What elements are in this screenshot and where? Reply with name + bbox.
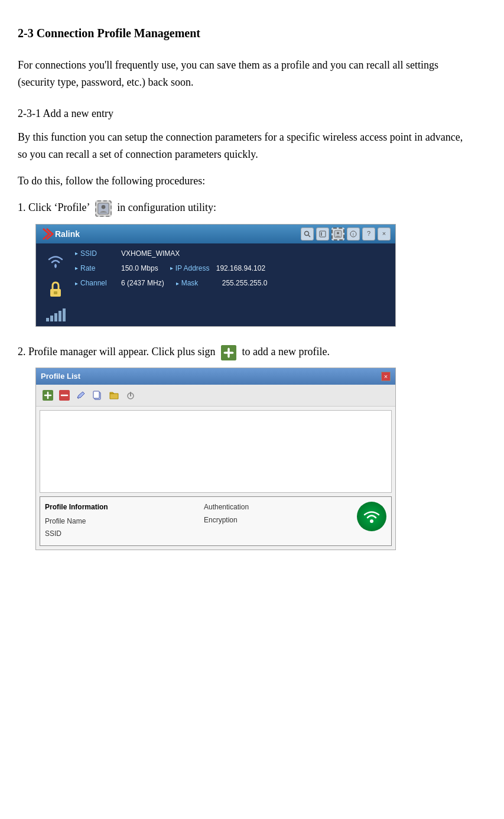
profile-info-section: Profile Information Profile Name SSID Au… [40, 496, 392, 546]
plus-icon-svg [221, 345, 236, 360]
page-title: 2-3 Connection Profile Management [18, 24, 474, 43]
svg-rect-24 [93, 391, 99, 398]
profile-list-screenshot: Profile List × Profile Information [35, 368, 396, 550]
svg-text:Ralink: Ralink [55, 229, 80, 239]
channel-value: 6 (2437 MHz) [121, 278, 164, 289]
profile-toolbar [36, 385, 395, 407]
profile-toolbar-btn[interactable] [331, 228, 344, 240]
ip-value: 192.168.94.102 [216, 263, 265, 274]
channel-mask-row: Channel 6 (2437 MHz) Mask 255.255.255.0 [75, 278, 391, 292]
ip-label: IP Address [170, 263, 212, 274]
step-1-text: 1. Click ‘Profile’ in configuration util… [18, 199, 474, 217]
profile-import-btn[interactable] [107, 388, 121, 402]
ip-row: IP Address 192.168.94.102 [170, 263, 265, 274]
info-toolbar-btn[interactable]: i [347, 228, 360, 240]
mask-label: Mask [176, 278, 217, 289]
mask-value: 255.255.255.0 [222, 278, 268, 289]
profile-info-left: Profile Information Profile Name SSID [45, 502, 192, 541]
section-1-desc: By this function you can setup the conne… [18, 129, 474, 163]
rate-value: 150.0 Mbps [121, 263, 158, 274]
search-toolbar-btn[interactable] [301, 228, 314, 240]
profile-titlebar: Profile List × [36, 368, 395, 385]
svg-rect-14 [221, 345, 236, 360]
config-toolbar-btn[interactable] [316, 228, 329, 240]
profile-win-buttons: × [381, 372, 391, 381]
profile-activate-btn[interactable] [123, 388, 138, 402]
step-intro: To do this, follow the following procedu… [18, 173, 474, 190]
ralink-left-icons [41, 248, 70, 322]
channel-row: Channel 6 (2437 MHz) [75, 278, 164, 289]
svg-rect-5 [320, 231, 326, 237]
ralink-screenshot: Ralink i ? × [35, 224, 396, 327]
profile-list-area [40, 410, 392, 493]
mask-row: Mask 255.255.255.0 [176, 278, 268, 289]
profile-enc-row: Encryption [204, 515, 351, 526]
profile-title: Profile List [41, 370, 80, 383]
section-1-title: 2-3-1 Add a new entry [18, 105, 474, 122]
ralink-titlebar: Ralink i ? × [36, 225, 395, 243]
svg-point-8 [337, 232, 339, 234]
wifi-circle-icon [357, 502, 386, 531]
step-2-text: 2. Profile manager will appear. Click pl… [18, 343, 474, 360]
svg-rect-13 [54, 291, 57, 294]
ssid-value: VXHOME_WIMAX [121, 248, 180, 259]
svg-point-1 [101, 205, 105, 209]
plus-icon [221, 345, 236, 360]
profile-remove-btn[interactable] [57, 388, 71, 402]
svg-text:i: i [353, 232, 354, 237]
ralink-info-area: SSID VXHOME_WIMAX Rate 150.0 Mbps IP Add… [75, 248, 391, 322]
profile-ssid-row: SSID [45, 528, 192, 540]
profile-edit-btn[interactable] [74, 388, 88, 402]
ssid-row: SSID VXHOME_WIMAX [75, 248, 391, 259]
rate-row: Rate 150.0 Mbps [75, 263, 158, 274]
channel-label: Channel [75, 278, 116, 289]
profile-duplicate-btn[interactable] [90, 388, 105, 402]
help-toolbar-btn[interactable]: ? [362, 228, 375, 240]
rate-label: Rate [75, 263, 116, 274]
ralink-logo-svg: Ralink [41, 228, 82, 240]
svg-line-4 [308, 235, 310, 237]
ssid-label: SSID [75, 248, 116, 259]
ralink-main-content: SSID VXHOME_WIMAX Rate 150.0 Mbps IP Add… [36, 243, 395, 327]
svg-point-11 [54, 265, 57, 267]
close-toolbar-btn[interactable]: × [378, 228, 391, 240]
ralink-toolbar-icons: i ? × [301, 228, 391, 240]
svg-point-3 [305, 231, 309, 235]
profile-info-title: Profile Information [45, 502, 192, 513]
svg-point-27 [370, 519, 373, 523]
profile-add-btn[interactable] [41, 388, 55, 402]
profile-inline-icon [95, 200, 112, 217]
profile-info-right: Authentication Encryption [192, 502, 351, 526]
profile-auth-row: Authentication [204, 502, 351, 513]
profile-name-row: Profile Name [45, 516, 192, 527]
wifi-icon [45, 251, 66, 276]
profile-icon-svg [96, 202, 110, 216]
intro-text: For connections you'll frequently use, y… [18, 57, 474, 91]
profile-close-btn[interactable]: × [381, 372, 391, 381]
lock-icon [47, 280, 64, 303]
ralink-logo: Ralink [41, 228, 82, 240]
rate-ip-row: Rate 150.0 Mbps IP Address 192.168.94.10… [75, 263, 391, 278]
signal-bars [46, 307, 66, 321]
